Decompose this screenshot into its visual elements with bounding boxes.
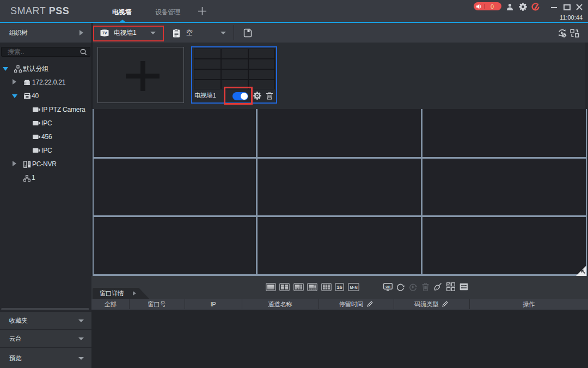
svg-text:16: 16	[336, 284, 342, 290]
svg-text:on: on	[385, 284, 391, 289]
svg-text:M·N: M·N	[350, 285, 357, 290]
svg-text:TV: TV	[102, 31, 107, 35]
